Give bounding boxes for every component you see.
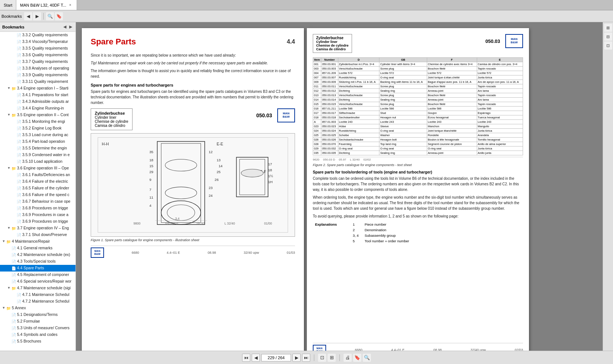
sidebar-item-3-5-4[interactable]: 📄3.5.4 Part-load operation <box>0 138 76 145</box>
page-number-input[interactable] <box>261 354 291 361</box>
zoom-fit-btn[interactable]: ⊡ <box>318 354 326 362</box>
tree-icon-5-2: 📄 <box>11 319 16 324</box>
tree-icon-3-5-3: 📄 <box>16 133 21 138</box>
document-tab[interactable]: MAN B&W L32, 40DF T... × <box>16 0 77 10</box>
sidebar-item-3-3-9[interactable]: 📄3.3.9 Quality requirements <box>0 72 76 78</box>
svg-text:35: 35 <box>149 150 153 154</box>
sidebar-item-3-3-11[interactable]: 📄3.3.11 Quality requirement <box>0 78 76 85</box>
cell-e: Tapón roscado <box>477 93 523 98</box>
sidebar-item-3-3-2[interactable]: 📄3.3.2 Quality requirements <box>0 32 76 38</box>
sidebar-item-3-5-2[interactable]: 📄3.5.2 Engine Log Book <box>0 125 76 132</box>
sidebar-item-3-4-4[interactable]: 📄3.4.4 Engine Running-in <box>0 105 76 112</box>
sidebar-item-4-5[interactable]: 📄4.5 Replacement of componer <box>0 272 76 278</box>
rp-btn1[interactable]: ⊞ <box>604 24 612 32</box>
sidebar-item-3-3-6[interactable]: 📄3.3.6 Quality requirements <box>0 52 76 58</box>
expand-btn[interactable]: ▶ <box>33 12 41 20</box>
sidebar-item-4-7[interactable]: ▼📁4.7 Maintenance schedule (sigi <box>0 285 76 291</box>
tree-icon-3-3-7: 📄 <box>16 60 21 64</box>
close-tab-icon[interactable]: × <box>68 3 73 8</box>
bookmark-btn[interactable]: 🔖 <box>55 12 63 20</box>
sidebar-item-5-3[interactable]: 📄5.3 Units of measure/ Convers <box>0 325 76 331</box>
cell-f: Boulon à têle hexagonale <box>427 138 477 142</box>
sidebar-item-4-3[interactable]: 📄4.3 Tools/Special tools <box>0 258 76 265</box>
tree-label-3-3-2: 3.3.2 Quality requirements <box>22 33 68 38</box>
cell-num: 050.03.035 <box>321 151 338 155</box>
sidebar-item-3-3-4[interactable]: 📄3.3.4 Viscosity/Temperatur <box>0 38 76 45</box>
sidebar-expand-btn[interactable]: ▶ <box>68 24 73 30</box>
rp-btn3[interactable]: ⊡ <box>604 41 612 50</box>
tree-icon-3-5-5: 📄 <box>16 146 21 151</box>
tree-icon-3-4-3: 📄 <box>16 100 21 104</box>
sidebar-item-4-7-2[interactable]: 📄4.7.2 Maintenance Schedul <box>0 298 76 305</box>
sidebar-collapse-btn[interactable]: ◀ <box>62 24 67 30</box>
cell-d: Dichtring <box>338 98 379 102</box>
sidebar-item-5-1[interactable]: 📄5.1 Designations/Terms <box>0 311 76 318</box>
sidebar-item-4-4[interactable]: 📄4.4 Spare Parts <box>0 265 76 272</box>
tf-page: 02/02 <box>364 158 371 161</box>
sidebar-item-3-5-3[interactable]: 📄3.5.3 Load curve during ac <box>0 132 76 138</box>
cell-f: Loctite 243 <box>427 120 477 124</box>
sidebar-item-5-2[interactable]: 📄5.2 Formulae <box>0 318 76 325</box>
zoom-page-btn[interactable]: ⊞ <box>328 354 336 362</box>
first-page-btn[interactable]: ⏮ <box>242 354 250 362</box>
cell-gb: Top land ring <box>379 142 427 146</box>
sidebar-item-3-5-10[interactable]: 📄3.5.10 Load application <box>0 158 76 165</box>
sidebar-item-4-6[interactable]: 📄4.6 Special services/Repair wor <box>0 278 76 285</box>
parts-english1: Cylinder liner <box>95 115 128 119</box>
bookmark-nav-btn[interactable]: 🔖 <box>353 354 361 362</box>
sidebar-item-3-3-8[interactable]: 📄3.3.8 Analyses of operating <box>0 65 76 72</box>
search-btn[interactable]: 🔍 <box>46 12 54 20</box>
sidebar-item-3-6-9b[interactable]: 📄3.6.9 Procedures on trigge <box>0 218 76 225</box>
sidebar-item-3-3-7[interactable]: 📄3.3.7 Quality requirements <box>0 58 76 65</box>
sidebar-item-4-1[interactable]: 📄4.1 General remarks <box>0 245 76 252</box>
sidebar-item-4-7-1[interactable]: 📄4.7.1 Maintenance Schedul <box>0 291 76 298</box>
cell-d: Verschlußschraube <box>338 84 379 89</box>
sidebar-item-3-4[interactable]: ▼📁3.4 Engine operation I – Starti <box>0 85 76 92</box>
prev-page-btn[interactable]: ◀ <box>252 354 260 362</box>
sidebar-item-3-4-1[interactable]: 📄3.4.1 Preparations for start <box>0 92 76 98</box>
search-nav-btn[interactable]: 🔍 <box>363 354 371 362</box>
section2-text1: Complete tools can be ordered using the … <box>313 176 523 192</box>
cell-item: 025 <box>313 133 321 138</box>
cell-f: Loctite 586 <box>427 107 477 111</box>
tree-label-5-4: 5.4 Symbols and codes <box>17 332 57 337</box>
tree-label-5-3: 5.3 Units of measure/ Convers <box>17 326 70 331</box>
sidebar-item-3-7-1[interactable]: 📄3.7.1 Shut down/Preserve <box>0 232 76 238</box>
table-row: 007050.03.007RunddichtringO-ring sealJoi… <box>313 75 523 80</box>
sidebar-item-5[interactable]: ▼📁5 Annex <box>0 305 76 311</box>
sidebar-item-3-4-3[interactable]: 📄3.4.3 Admissible outputs ar <box>0 98 76 105</box>
sidebar-item-4[interactable]: ▼📁4 Maintenance/Repair <box>0 238 76 245</box>
next-page-btn[interactable]: ▶ <box>292 354 301 362</box>
sidebar-item-3-7[interactable]: ▼📁3.7 Engine operation IV – Eng <box>0 225 76 232</box>
sidebar-item-3-6-8a[interactable]: 📄3.6.8 Procedures on trigge <box>0 205 76 212</box>
sidebar-item-3-6-5[interactable]: 📄3.6.5 Failure of the cylinder <box>0 185 76 192</box>
sidebar-item-5-4[interactable]: 📄5.4 Symbols and codes <box>0 331 76 338</box>
table-row: 024050.03.024RunddichtringO-ring sealJoi… <box>313 129 523 133</box>
sidebar-item-3-5-5[interactable]: 📄3.5.5 Determine the engin <box>0 145 76 152</box>
diagram-illustration: H-H E-E F-F 35 18 15 29 9 <box>91 133 295 237</box>
svg-text:E-E: E-E <box>217 142 223 146</box>
print-btn[interactable]: 🖨 <box>344 354 352 362</box>
exp-num1: 1 <box>351 222 362 227</box>
sidebar-item-3-5-1[interactable]: 📄3.5.1 Monitoring the engi <box>0 118 76 125</box>
col-e: E <box>477 58 523 62</box>
collapse-btn[interactable]: ◀ <box>24 12 32 20</box>
sidebar-item-3-3-5[interactable]: 📄3.3.5 Quality requirements <box>0 45 76 52</box>
sidebar-item-3-6-1[interactable]: 📄3.6.1 Faults/Deficiencies an <box>0 172 76 178</box>
last-page-btn[interactable]: ⏭ <box>302 354 310 362</box>
footer-logo-right: MANB&W <box>313 345 326 351</box>
sidebar-item-3-6-9a[interactable]: 📄3.6.9 Procedures in case a <box>0 212 76 218</box>
footer-model-left: 32/40 upw <box>244 251 259 255</box>
sidebar-item-3-6[interactable]: ▼📁3.6 Engine operation III – Ope <box>0 165 76 172</box>
sidebar-item-3-6-7[interactable]: 📄3.6.7 Behaviour in case ope <box>0 198 76 205</box>
sidebar-item-5-5[interactable]: 📄5.5 Brochures <box>0 338 76 345</box>
sidebar-item-3-5-9[interactable]: 📄3.5.9 Condensed water in e <box>0 152 76 158</box>
tree-icon-3-6-9a: 📄 <box>16 213 21 218</box>
right-parts-english: Cylinder liner <box>316 40 349 44</box>
sidebar-item-3-6-4[interactable]: 📄3.6.4 Failure of the electric <box>0 178 76 185</box>
sidebar-item-3-6-6[interactable]: 📄3.6.6 Failure of the speed c <box>0 192 76 198</box>
rp-btn2[interactable]: ⊟ <box>604 33 612 41</box>
start-tab[interactable]: Start <box>0 0 16 10</box>
sidebar-item-3-5[interactable]: ▼📁3.5 Engine operation II – Cont <box>0 112 76 118</box>
sidebar-item-4-2[interactable]: 📄4.2 Maintenance schedule (ex) <box>0 252 76 258</box>
